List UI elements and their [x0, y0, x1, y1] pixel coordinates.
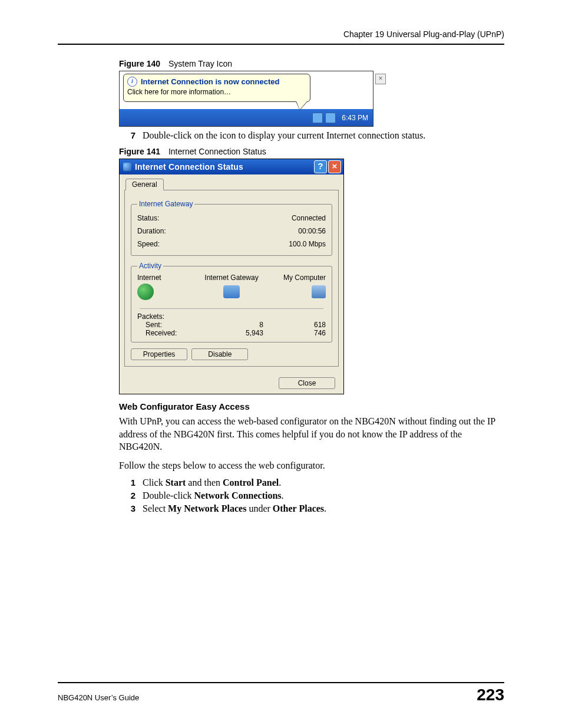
step-1-number: 1 [119, 477, 135, 488]
close-button-footer[interactable]: Close [279, 377, 335, 389]
group-internet-gateway-legend: Internet Gateway [137, 200, 194, 208]
balloon-title: i Internet Connection is now connected [127, 77, 306, 87]
page-number: 223 [477, 686, 504, 704]
sent-label: Sent: [137, 321, 216, 329]
figure-140: i Internet Connection is now connected C… [119, 71, 373, 127]
packets-header: Packets: [137, 312, 326, 321]
step-1: 1 Click Start and then Control Panel. [119, 477, 504, 488]
step-3-number: 3 [119, 503, 135, 514]
header-rule [58, 44, 504, 45]
balloon-subtext: Click here for more information… [127, 88, 306, 96]
footer-rule [58, 682, 504, 683]
taskbar: 6:43 PM [120, 109, 373, 126]
packets-table: Packets: Sent: 8 618 Received: [137, 312, 326, 337]
status-label: Status: [137, 212, 159, 225]
row-speed: Speed: 100.0 Mbps [137, 238, 326, 251]
info-icon: i [127, 77, 137, 87]
page: Chapter 19 Universal Plug-and-Play (UPnP… [0, 0, 562, 728]
tray-clock: 6:43 PM [342, 114, 368, 122]
figure-141: Internet Connection Status ? × General I… [119, 159, 344, 394]
sent-gw-value: 8 [216, 321, 263, 329]
section-heading: Web Configurator Easy Access [119, 401, 504, 411]
col-mycomputer: My Computer [263, 274, 326, 300]
computer-icon [312, 285, 326, 298]
tray-network-icon[interactable] [312, 113, 323, 123]
packets-label: Packets: [137, 312, 208, 321]
gateway-icon [223, 285, 240, 298]
step-3: 3 Select My Network Places under Other P… [119, 503, 504, 514]
content: Figure 140 System Tray Icon i Internet C… [58, 59, 504, 514]
para-2: Follow the steps below to access the web… [119, 459, 504, 472]
figure-140-title: System Tray Icon [168, 59, 232, 68]
step-7: 7 Double-click on the icon to display yo… [119, 130, 504, 141]
received-gw-value: 5,943 [216, 329, 263, 337]
speed-value: 100.0 Mbps [289, 238, 326, 251]
tab-strip: General [124, 178, 339, 190]
col-mycomputer-label: My Computer [263, 274, 326, 282]
step-3-text: Select My Network Places under Other Pla… [143, 503, 326, 514]
dialog-title: Internet Connection Status [135, 162, 243, 172]
figure-140-number: Figure 140 [119, 59, 160, 68]
status-value: Connected [292, 212, 326, 225]
para-1: With UPnP, you can access the web-based … [119, 415, 504, 453]
dialog-footer: Close [120, 371, 343, 394]
figure-140-caption: Figure 140 System Tray Icon [119, 59, 504, 68]
row-status: Status: Connected [137, 212, 326, 225]
tray-icon[interactable] [325, 113, 336, 123]
step-2-text: Double-click Network Connections. [143, 490, 284, 501]
button-row: Properties Disable [131, 348, 332, 360]
steps-list: 1 Click Start and then Control Panel. 2 … [119, 477, 504, 514]
dialog-icon [123, 163, 131, 171]
balloon-title-text: Internet Connection is now connected [141, 77, 279, 86]
figure-141-title: Internet Connection Status [168, 147, 266, 156]
tray-balloon[interactable]: i Internet Connection is now connected C… [123, 74, 310, 102]
footer: NBG420N User’s Guide 223 [58, 682, 504, 704]
sent-pc-value: 618 [263, 321, 326, 329]
close-button[interactable]: × [328, 160, 341, 173]
footer-guide: NBG420N User’s Guide [58, 693, 139, 702]
row-duration: Duration: 00:00:56 [137, 225, 326, 238]
activity-columns: Internet Internet Gateway My Computer [137, 274, 326, 300]
step-2-number: 2 [119, 490, 135, 501]
col-internet-label: Internet [137, 274, 200, 282]
col-gateway: Internet Gateway [200, 274, 263, 300]
group-activity: Activity Internet Internet Gateway [131, 262, 332, 342]
figure-141-caption: Figure 141 Internet Connection Status [119, 147, 504, 156]
figure-141-number: Figure 141 [119, 147, 160, 156]
received-label: Received: [137, 329, 216, 337]
globe-icon [137, 284, 154, 300]
step-7-text: Double-click on the icon to display your… [143, 130, 425, 141]
help-button[interactable]: ? [314, 160, 327, 173]
tab-general[interactable]: General [125, 179, 164, 190]
group-activity-legend: Activity [137, 262, 163, 270]
properties-button[interactable]: Properties [131, 348, 187, 360]
step-2: 2 Double-click Network Connections. [119, 490, 504, 501]
tab-panel: Internet Gateway Status: Connected Durat… [124, 190, 339, 367]
balloon-close-button[interactable]: × [375, 74, 386, 84]
header-chapter: Chapter 19 Universal Plug-and-Play (UPnP… [58, 29, 504, 44]
disable-button[interactable]: Disable [191, 348, 248, 360]
row-sent: Sent: 8 618 [137, 321, 326, 329]
speed-label: Speed: [137, 238, 160, 251]
received-pc-value: 746 [263, 329, 326, 337]
col-gateway-label: Internet Gateway [200, 274, 263, 282]
step-7-number: 7 [119, 130, 135, 141]
dialog-titlebar[interactable]: Internet Connection Status ? × [120, 159, 343, 174]
row-received: Received: 5,943 746 [137, 329, 326, 337]
group-internet-gateway: Internet Gateway Status: Connected Durat… [131, 200, 332, 256]
dialog-body: General Internet Gateway Status: Connect… [120, 174, 343, 371]
balloon-tail [296, 101, 307, 110]
col-internet: Internet [137, 274, 200, 300]
step-1-text: Click Start and then Control Panel. [143, 477, 281, 488]
activity-divider [140, 308, 323, 309]
balloon-area: i Internet Connection is now connected C… [120, 71, 373, 109]
duration-label: Duration: [137, 225, 166, 238]
duration-value: 00:00:56 [298, 225, 326, 238]
